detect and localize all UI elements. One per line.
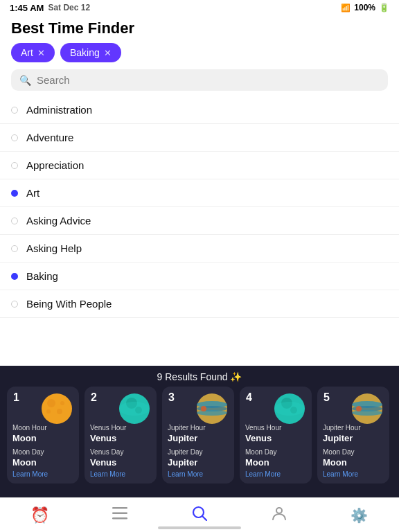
card-learn-more[interactable]: Learn More bbox=[245, 470, 306, 478]
list-item-label: Art bbox=[26, 187, 39, 199]
list-item[interactable]: Administration bbox=[0, 96, 399, 124]
search-bar[interactable]: 🔍 bbox=[11, 69, 388, 91]
battery-icon: 🔋 bbox=[379, 3, 389, 12]
list-dot bbox=[11, 134, 18, 141]
card-hour-label: Jupiter bbox=[323, 424, 346, 432]
tab-list[interactable] bbox=[80, 503, 159, 527]
svg-point-3 bbox=[60, 401, 64, 405]
card-number: 3 bbox=[168, 391, 175, 404]
card-day-value: Jupiter bbox=[168, 457, 229, 469]
card-hour-word: Hour bbox=[267, 424, 282, 432]
card-day-label: Moon bbox=[323, 448, 342, 456]
svg-point-22 bbox=[356, 406, 362, 411]
tag-art[interactable]: Art ✕ bbox=[11, 43, 55, 62]
card-day-label: Moon bbox=[245, 448, 265, 456]
wifi-icon: 📶 bbox=[341, 3, 351, 12]
tab-clock[interactable]: ⏰ bbox=[0, 502, 80, 529]
card-learn-more[interactable]: Learn More bbox=[12, 470, 73, 478]
card-day-word: Day bbox=[342, 448, 355, 456]
svg-point-8 bbox=[119, 402, 150, 416]
svg-line-27 bbox=[202, 516, 206, 520]
list-item[interactable]: Adventure bbox=[0, 124, 399, 152]
card-day-value: Moon bbox=[12, 457, 73, 469]
card-hour-value: Venus bbox=[90, 433, 151, 445]
result-card[interactable]: 1 Moon Hour Moon Moon Day Moon Learn Mor… bbox=[7, 387, 79, 484]
card-hour-word: Hour bbox=[112, 424, 127, 432]
list-item[interactable]: Appreciation bbox=[0, 152, 399, 179]
list-dot bbox=[11, 218, 18, 224]
header: Best Time Finder bbox=[0, 15, 399, 43]
list-item-label: Asking Advice bbox=[26, 215, 91, 227]
results-header: 9 Results Found ✨ bbox=[0, 366, 399, 387]
person-icon bbox=[272, 506, 287, 524]
list-item-label: Administration bbox=[26, 104, 92, 116]
card-day-word: Day bbox=[265, 448, 277, 456]
svg-rect-24 bbox=[112, 513, 127, 515]
card-info: Jupiter Hour Jupiter Moon Day Moon Learn… bbox=[323, 420, 384, 478]
card-day-word: Day bbox=[190, 448, 203, 456]
tab-gear[interactable]: ⚙️ bbox=[319, 503, 399, 528]
card-info: Venus Hour Venus Moon Day Moon Learn Mor… bbox=[245, 420, 306, 478]
svg-point-28 bbox=[276, 508, 282, 513]
result-card[interactable]: 5 Jupiter Hour Jupiter Moon Day Moon Lea… bbox=[317, 387, 389, 484]
svg-point-0 bbox=[42, 393, 72, 424]
tab-person[interactable] bbox=[240, 502, 319, 529]
svg-point-17 bbox=[274, 402, 305, 416]
card-hour-label: Venus bbox=[90, 424, 112, 432]
svg-point-12 bbox=[197, 410, 227, 416]
list-dot bbox=[11, 301, 18, 308]
card-number: 5 bbox=[323, 391, 330, 404]
tab-search[interactable] bbox=[159, 502, 239, 529]
list-item[interactable]: Challange bbox=[0, 318, 399, 325]
card-day-label: Jupiter bbox=[168, 448, 190, 456]
status-right: 📶 100% 🔋 bbox=[341, 3, 389, 12]
card-info: Jupiter Hour Jupiter Jupiter Day Jupiter… bbox=[168, 420, 229, 478]
list-dot bbox=[11, 245, 18, 252]
list-item[interactable]: Art bbox=[0, 179, 399, 207]
result-card[interactable]: 3 Jupiter Hour Jupiter Jupiter Day Jupit… bbox=[162, 387, 234, 484]
svg-point-4 bbox=[46, 409, 51, 414]
list-item[interactable]: Asking Help bbox=[0, 235, 399, 263]
card-number: 4 bbox=[246, 391, 252, 404]
list-dot bbox=[11, 190, 18, 197]
results-section: 9 Results Found ✨ 1 Moon Hour Moon Moon … bbox=[0, 366, 399, 497]
card-day-label: Venus bbox=[90, 448, 112, 456]
list-dot bbox=[11, 162, 18, 169]
list-dot bbox=[11, 273, 18, 280]
tag-art-label: Art bbox=[21, 47, 33, 58]
card-learn-more[interactable]: Learn More bbox=[90, 470, 151, 478]
card-learn-more[interactable]: Learn More bbox=[168, 470, 229, 478]
app-title: Best Time Finder bbox=[11, 19, 134, 37]
tags-row: Art ✕ Baking ✕ bbox=[0, 43, 399, 69]
result-card[interactable]: 2 Venus Hour Venus Venus Day Venus Learn… bbox=[85, 387, 157, 484]
card-hour-value: Moon bbox=[12, 433, 73, 445]
search-input[interactable] bbox=[37, 74, 380, 86]
card-number: 1 bbox=[13, 391, 19, 404]
status-date: Sat Dec 12 bbox=[48, 3, 90, 12]
card-hour-value: Venus bbox=[245, 433, 306, 445]
card-hour-word: Hour bbox=[190, 424, 206, 432]
cards-row[interactable]: 1 Moon Hour Moon Moon Day Moon Learn Mor… bbox=[0, 387, 399, 484]
status-time: 1:45 AM bbox=[10, 3, 44, 13]
tag-art-close[interactable]: ✕ bbox=[37, 48, 45, 58]
list-item[interactable]: Being With People bbox=[0, 290, 399, 318]
card-day-value: Moon bbox=[323, 457, 384, 469]
card-day-label: Moon bbox=[12, 448, 32, 456]
svg-point-1 bbox=[47, 399, 55, 407]
card-hour-label: Venus bbox=[245, 424, 267, 432]
card-day-word: Day bbox=[32, 448, 44, 456]
card-hour-word: Hour bbox=[346, 424, 361, 432]
clock-icon: ⏰ bbox=[30, 506, 49, 524]
list-item[interactable]: Asking Advice bbox=[0, 207, 399, 235]
card-hour-label: Moon bbox=[12, 424, 32, 432]
card-learn-more[interactable]: Learn More bbox=[323, 470, 384, 478]
tag-baking[interactable]: Baking ✕ bbox=[60, 43, 121, 62]
svg-rect-23 bbox=[112, 507, 127, 509]
card-day-value: Moon bbox=[245, 457, 306, 469]
home-indicator bbox=[158, 526, 241, 529]
list-item[interactable]: Baking bbox=[0, 263, 399, 290]
gear-icon: ⚙️ bbox=[351, 507, 368, 524]
tag-baking-close[interactable]: ✕ bbox=[104, 48, 112, 58]
result-card[interactable]: 4 Venus Hour Venus Moon Day Moon Learn M… bbox=[240, 387, 312, 484]
card-hour-value: Jupiter bbox=[168, 433, 229, 445]
